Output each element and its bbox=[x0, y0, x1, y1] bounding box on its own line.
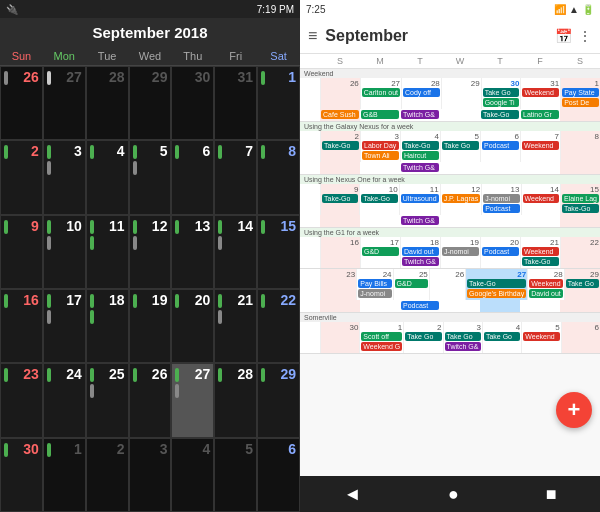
week-cell[interactable]: Podcast bbox=[400, 300, 440, 312]
week-cell[interactable] bbox=[360, 215, 400, 227]
week-cell[interactable]: 1 Pay State Post De bbox=[560, 78, 600, 109]
week-cell[interactable] bbox=[440, 215, 480, 227]
week-cell[interactable]: Twitch G& bbox=[400, 109, 440, 121]
week-cell[interactable] bbox=[520, 300, 560, 312]
cal-cell[interactable]: 13 bbox=[171, 215, 214, 289]
cal-cell[interactable]: 20 bbox=[171, 289, 214, 363]
cal-cell[interactable]: 30 bbox=[0, 438, 43, 512]
week-cell[interactable]: Cafe Sush bbox=[320, 109, 360, 121]
cal-cell[interactable]: 3 bbox=[43, 140, 86, 214]
cal-cell[interactable]: 14 bbox=[214, 215, 257, 289]
week-cell[interactable]: 3 Labor Day Town Ali bbox=[360, 131, 400, 162]
calendar-icon[interactable]: 📅 bbox=[555, 28, 572, 44]
week-cell[interactable] bbox=[320, 300, 360, 312]
cal-cell[interactable]: 26 bbox=[0, 66, 43, 140]
cal-cell[interactable]: 10 bbox=[43, 215, 86, 289]
cal-cell[interactable]: 17 bbox=[43, 289, 86, 363]
week-cell[interactable] bbox=[440, 162, 480, 174]
week-cell[interactable] bbox=[440, 300, 480, 312]
more-options-icon[interactable]: ⋮ bbox=[578, 28, 592, 44]
cal-cell[interactable]: 6 bbox=[257, 438, 300, 512]
week-cell[interactable] bbox=[560, 215, 600, 227]
week-cell[interactable]: 28 Weekend David out bbox=[527, 269, 564, 300]
week-cell[interactable]: 2 Take-Go bbox=[320, 131, 360, 162]
week-cell[interactable]: Twitch G& bbox=[400, 162, 440, 174]
home-icon[interactable]: ● bbox=[448, 484, 459, 505]
week-cell[interactable] bbox=[560, 300, 600, 312]
hamburger-icon[interactable]: ≡ bbox=[308, 27, 317, 45]
cal-cell[interactable]: 6 bbox=[171, 140, 214, 214]
cal-cell[interactable]: 1 bbox=[257, 66, 300, 140]
week-cell[interactable]: 20 Podcast bbox=[480, 237, 520, 268]
week-cell[interactable]: 14 Weekend bbox=[521, 184, 560, 215]
week-cell[interactable] bbox=[440, 109, 480, 121]
week-cell[interactable] bbox=[520, 215, 560, 227]
week-cell[interactable]: 10 Take-Go bbox=[359, 184, 398, 215]
week-cell[interactable] bbox=[360, 162, 400, 174]
cal-cell[interactable]: 29 bbox=[129, 66, 172, 140]
week-cell[interactable]: 5 Take Go bbox=[440, 131, 480, 162]
right-calendar-body[interactable]: Weekend 26 27 Carlton out 28 Cody off bbox=[300, 69, 600, 476]
cal-cell[interactable]: 26 bbox=[129, 363, 172, 437]
cal-cell[interactable]: 5 bbox=[214, 438, 257, 512]
week-cell[interactable]: 30 Take Go Google Ti bbox=[481, 78, 521, 109]
cal-cell[interactable]: 31 bbox=[214, 66, 257, 140]
week-cell[interactable] bbox=[520, 162, 560, 174]
week-cell[interactable]: 15 Elaine Lag Take-Go bbox=[560, 184, 600, 215]
week-cell[interactable]: 27 Carlton out bbox=[360, 78, 401, 109]
week-cell[interactable]: 3 Take Go Twitch G& bbox=[443, 322, 482, 353]
week-cell[interactable] bbox=[480, 162, 520, 174]
week-cell[interactable]: 4 Take Go bbox=[482, 322, 521, 353]
cal-cell[interactable]: 28 bbox=[86, 66, 129, 140]
cal-cell[interactable]: 9 bbox=[0, 215, 43, 289]
cal-cell[interactable]: 8 bbox=[257, 140, 300, 214]
week-cell[interactable]: 11 Ultrasound bbox=[399, 184, 440, 215]
week-cell[interactable]: 31 Weekend bbox=[520, 78, 560, 109]
cal-cell[interactable]: 22 bbox=[257, 289, 300, 363]
week-cell[interactable]: 7 Weekend bbox=[520, 131, 560, 162]
week-cell[interactable]: 8 bbox=[560, 131, 600, 162]
cal-cell[interactable]: 4 bbox=[86, 140, 129, 214]
week-cell[interactable]: 29 Take Go bbox=[564, 269, 600, 300]
cal-cell[interactable]: 16 bbox=[0, 289, 43, 363]
week-cell[interactable] bbox=[560, 109, 600, 121]
cal-cell[interactable]: 24 bbox=[43, 363, 86, 437]
week-cell[interactable]: Latino Gr bbox=[520, 109, 560, 121]
cal-cell[interactable]: 29 bbox=[257, 363, 300, 437]
cal-cell[interactable]: 5 bbox=[129, 140, 172, 214]
week-cell-today[interactable]: 27 Take-Go Google's Birthday bbox=[465, 269, 527, 300]
week-cell[interactable]: Take-Go bbox=[480, 109, 520, 121]
week-cell[interactable]: 1 Scott off Weekend G bbox=[359, 322, 403, 353]
cal-cell[interactable]: 28 bbox=[214, 363, 257, 437]
week-cell[interactable]: 9 Take-Go bbox=[320, 184, 359, 215]
week-cell[interactable] bbox=[560, 162, 600, 174]
cal-cell[interactable]: 30 bbox=[171, 66, 214, 140]
week-cell[interactable]: 17 G&D bbox=[360, 237, 400, 268]
recents-icon[interactable]: ■ bbox=[546, 484, 557, 505]
week-cell[interactable]: 16 bbox=[320, 237, 360, 268]
cal-cell[interactable]: 25 bbox=[86, 363, 129, 437]
week-cell[interactable]: 26 bbox=[320, 78, 360, 109]
week-cell[interactable]: 19 J-nomoi bbox=[440, 237, 480, 268]
cal-cell-selected[interactable]: 27 bbox=[171, 363, 214, 437]
back-icon[interactable]: ◄ bbox=[343, 484, 361, 505]
week-cell[interactable] bbox=[320, 215, 360, 227]
week-cell[interactable]: 6 bbox=[561, 322, 600, 353]
cal-cell[interactable]: 4 bbox=[171, 438, 214, 512]
cal-cell[interactable]: 21 bbox=[214, 289, 257, 363]
cal-cell[interactable]: 1 bbox=[43, 438, 86, 512]
cal-cell[interactable]: 3 bbox=[129, 438, 172, 512]
week-cell[interactable] bbox=[480, 300, 520, 312]
cal-cell[interactable]: 7 bbox=[214, 140, 257, 214]
week-cell[interactable] bbox=[320, 162, 360, 174]
cal-cell[interactable]: 11 bbox=[86, 215, 129, 289]
cal-cell[interactable]: 12 bbox=[129, 215, 172, 289]
week-cell[interactable]: 18 David out Twitch G& bbox=[400, 237, 440, 268]
week-cell[interactable]: 26 bbox=[429, 269, 465, 300]
week-cell[interactable]: 28 Cody off bbox=[401, 78, 441, 109]
week-cell[interactable]: 24 Pay Bills J-nomoi bbox=[356, 269, 392, 300]
week-cell[interactable]: 30 bbox=[320, 322, 359, 353]
week-cell[interactable]: 6 Podcast bbox=[480, 131, 520, 162]
week-cell[interactable]: 25 G&D bbox=[393, 269, 429, 300]
week-cell[interactable]: 2 Take Go bbox=[403, 322, 442, 353]
